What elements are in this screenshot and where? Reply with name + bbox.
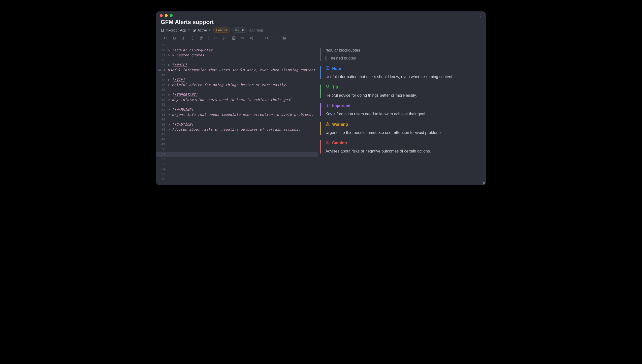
code-line[interactable]: 47 bbox=[156, 132, 318, 137]
announce-button[interactable] bbox=[249, 35, 254, 41]
tag-version[interactable]: v5.8.0 bbox=[232, 28, 247, 33]
link-button[interactable] bbox=[199, 35, 204, 41]
code-text[interactable]: > [!NOTE] bbox=[168, 62, 187, 68]
bold-button[interactable] bbox=[172, 35, 177, 41]
important-icon bbox=[325, 103, 330, 108]
ordered-list-button[interactable]: 123 bbox=[222, 35, 228, 41]
code-text[interactable]: > > nested quotes bbox=[168, 52, 204, 58]
close-window-button[interactable] bbox=[160, 14, 163, 17]
code-line[interactable]: 29 bbox=[156, 43, 318, 48]
code-line[interactable]: 40> Key information users need to know t… bbox=[156, 97, 318, 102]
code-text[interactable]: > Advises about risks or negative outcom… bbox=[168, 127, 300, 132]
alert-body: Key information users need to know to ac… bbox=[325, 112, 478, 116]
code-line[interactable]: 43> Urgent info that needs immediate use… bbox=[156, 112, 318, 117]
code-button[interactable] bbox=[263, 35, 269, 41]
svg-point-26 bbox=[327, 67, 328, 68]
code-text[interactable]: > regular blockquotes bbox=[168, 48, 213, 52]
code-text[interactable]: > [!IMPORTANT] bbox=[168, 92, 198, 97]
gutter-line-number: 33 bbox=[156, 63, 168, 68]
svg-rect-22 bbox=[283, 37, 285, 39]
svg-point-33 bbox=[327, 143, 328, 143]
svg-point-29 bbox=[327, 106, 328, 106]
code-line[interactable]: 36> [!TIP] bbox=[156, 77, 318, 82]
task-list-button[interactable] bbox=[231, 35, 236, 41]
gutter-line-number: 35 bbox=[156, 72, 168, 77]
blockquote-text: regular blockquotes bbox=[325, 48, 478, 52]
gutter-line-number: 54 bbox=[156, 167, 168, 172]
code-editor[interactable]: 2930> regular blockquotes31> > nested qu… bbox=[156, 43, 318, 185]
code-text[interactable]: > Key information users need to know to … bbox=[168, 97, 294, 102]
preview-pane[interactable]: regular blockquotes nested quotes NoteUs… bbox=[318, 43, 486, 185]
alert-label: Tip bbox=[332, 85, 338, 90]
alert-heading: Warning bbox=[325, 122, 478, 127]
code-text[interactable]: > Useful information that users should k… bbox=[164, 68, 318, 72]
toolbar-separator bbox=[208, 36, 209, 40]
blockquote-button[interactable]: 66 bbox=[240, 35, 245, 41]
alert-body: Helpful advice for doing things better o… bbox=[325, 93, 478, 98]
code-line[interactable]: 54 bbox=[156, 167, 318, 172]
code-line[interactable]: 42> [!WARNING] bbox=[156, 107, 318, 112]
alert-body: Urgent info that needs immediate user at… bbox=[325, 130, 478, 135]
notebook-picker[interactable]: Inkdrop : App ▼ bbox=[161, 28, 190, 32]
code-line[interactable]: 45> [!CAUTION] bbox=[156, 122, 318, 127]
note-title[interactable]: GFM Alerts support bbox=[156, 18, 486, 26]
svg-point-31 bbox=[327, 125, 328, 125]
image-button[interactable] bbox=[281, 35, 287, 41]
alert-label: Important bbox=[332, 104, 351, 108]
gutter-line-number: 48 bbox=[156, 137, 168, 142]
svg-point-3 bbox=[194, 30, 195, 31]
traffic-lights bbox=[160, 14, 173, 17]
code-line[interactable]: 51 bbox=[156, 152, 318, 157]
code-line[interactable]: 34> Useful information that users should… bbox=[156, 68, 318, 72]
minimize-window-button[interactable] bbox=[165, 14, 168, 17]
heading-button[interactable] bbox=[163, 35, 168, 41]
code-line[interactable]: 39> [!IMPORTANT] bbox=[156, 92, 318, 97]
code-line[interactable]: 53 bbox=[156, 162, 318, 167]
alert-heading: Note bbox=[325, 66, 478, 71]
more-menu-button[interactable] bbox=[480, 14, 481, 18]
code-line[interactable]: 49 bbox=[156, 142, 318, 147]
strike-button[interactable] bbox=[190, 35, 195, 41]
alert-note: NoteUseful information that users should… bbox=[320, 66, 478, 79]
code-line[interactable]: 38 bbox=[156, 87, 318, 92]
hr-button[interactable] bbox=[272, 35, 278, 41]
code-line[interactable]: 48 bbox=[156, 137, 318, 142]
app-window: GFM Alerts support Inkdrop : App ▼ Activ… bbox=[156, 12, 486, 185]
code-text[interactable]: > [!CAUTION] bbox=[168, 122, 194, 127]
code-line[interactable]: 31> > nested quotes bbox=[156, 52, 318, 58]
scrollbar-thumb[interactable] bbox=[483, 182, 485, 184]
preview-scrollbar[interactable] bbox=[483, 43, 485, 185]
nested-blockquote: nested quotes bbox=[325, 56, 478, 60]
warning-icon bbox=[325, 122, 330, 127]
code-line[interactable]: 32 bbox=[156, 58, 318, 62]
code-text[interactable]: > Helpful advice for doing things better… bbox=[168, 82, 288, 87]
add-tags-button[interactable]: Add Tags bbox=[249, 28, 264, 32]
gutter-line-number: 37 bbox=[156, 82, 168, 88]
alert-heading: Important bbox=[325, 103, 478, 108]
italic-button[interactable] bbox=[181, 35, 186, 41]
code-text[interactable]: > [!TIP] bbox=[168, 77, 185, 82]
alert-warning: WarningUrgent info that needs immediate … bbox=[320, 122, 478, 135]
gutter-line-number: 38 bbox=[156, 87, 168, 92]
gutter-line-number: 50 bbox=[156, 147, 168, 152]
code-text[interactable]: > Urgent info that needs immediate user … bbox=[168, 112, 313, 117]
gutter-line-number: 56 bbox=[156, 176, 168, 182]
code-text[interactable]: > [!WARNING] bbox=[168, 107, 194, 112]
bullet-list-button[interactable] bbox=[213, 35, 219, 41]
code-line[interactable]: 37> Helpful advice for doing things bett… bbox=[156, 82, 318, 87]
code-line[interactable]: 50 bbox=[156, 147, 318, 152]
status-picker[interactable]: Active ▼ bbox=[193, 28, 211, 32]
zoom-window-button[interactable] bbox=[170, 14, 173, 17]
blockquote: regular blockquotes nested quotes bbox=[320, 48, 478, 61]
code-line[interactable]: 55 bbox=[156, 172, 318, 176]
tag-feature[interactable]: Feature bbox=[213, 28, 230, 33]
code-line[interactable]: 33> [!NOTE] bbox=[156, 62, 318, 68]
code-line[interactable]: 44 bbox=[156, 117, 318, 122]
code-line[interactable]: 46> Advises about risks or negative outc… bbox=[156, 127, 318, 132]
code-line[interactable]: 41 bbox=[156, 102, 318, 107]
code-line[interactable]: 35 bbox=[156, 72, 318, 77]
code-line[interactable]: 30> regular blockquotes bbox=[156, 48, 318, 52]
code-line[interactable]: 52 bbox=[156, 157, 318, 162]
code-line[interactable]: 56 bbox=[156, 176, 318, 182]
gutter-line-number: 41 bbox=[156, 102, 168, 107]
